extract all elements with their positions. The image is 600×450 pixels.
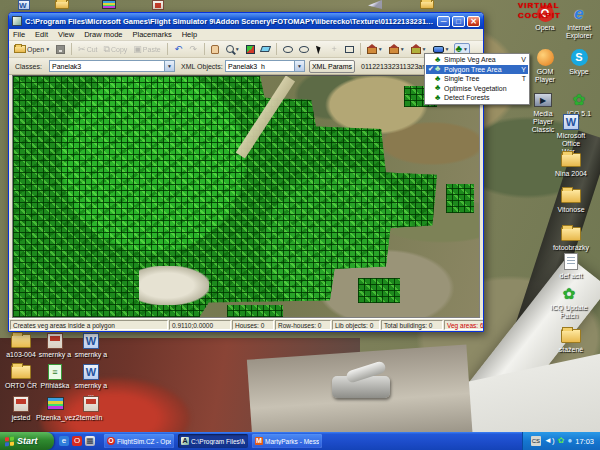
word-icon: W — [563, 114, 579, 130]
quick-launch-opera-icon[interactable]: O — [72, 436, 82, 446]
desktop-icon-partial[interactable] — [102, 0, 118, 11]
menu-edit[interactable]: Edit — [35, 30, 48, 39]
save-button[interactable] — [54, 43, 67, 56]
desktop-icon-skype[interactable]: SSkype — [560, 48, 598, 76]
desktop-icon-folder-foto[interactable]: fotoobrázky — [552, 224, 590, 252]
main-toolbar: Open▼ ✂Cut ⧉Copy ▣Paste ↶ ↷ ▼ + ▼ ▼ ▼ ▼ … — [9, 41, 483, 58]
menu-placemarks[interactable]: Placemarks — [133, 30, 172, 39]
desktop-icon-partial[interactable] — [152, 0, 168, 11]
desktop-icon-folder-a103[interactable]: a103-004 — [2, 331, 40, 359]
paste-button[interactable]: ▣Paste — [131, 43, 162, 56]
chevron-down-icon: ▼ — [400, 46, 405, 52]
close-button[interactable]: ✕ — [467, 16, 480, 27]
copy-icon: ⧉ — [104, 45, 110, 54]
titlebar[interactable]: C:\Program Files\Microsoft Games\Flight … — [9, 13, 483, 29]
chevron-down-icon: ▼ — [422, 46, 427, 52]
desktop-icon-folder-nina[interactable]: Nina 2004 — [552, 150, 590, 178]
desktop-icon-folder-vitonose[interactable]: Vitonose — [552, 186, 590, 214]
quarry-area — [139, 266, 209, 305]
xml-objects-select[interactable]: Panelak3_h ▼ — [225, 60, 305, 72]
archive-icon — [47, 333, 63, 349]
menu-item-detect-forests[interactable]: ♣ Detect Forests — [426, 93, 528, 103]
redo-button[interactable]: ↷ — [187, 43, 200, 56]
vegetation-patch[interactable] — [227, 305, 283, 317]
zoom-button[interactable]: ▼ — [224, 43, 242, 56]
add-node-button[interactable]: + — [328, 43, 341, 56]
folder-icon — [561, 329, 581, 343]
menu-file[interactable]: File — [13, 30, 25, 39]
desktop-icon-jested[interactable]: jested — [2, 394, 40, 422]
desktop-icon-partial[interactable] — [368, 0, 384, 11]
task-button-messenger[interactable]: M MartyParks - Message — [252, 434, 322, 448]
desktop-icon-partial[interactable]: W — [18, 0, 34, 11]
desktop-icon-partial[interactable] — [420, 0, 436, 11]
icq-tray-icon[interactable]: ✿ — [558, 436, 565, 446]
desktop-icon-icq-update-patch[interactable]: ✿ICQ Update Patch — [550, 284, 588, 320]
eraser-button[interactable] — [259, 43, 272, 56]
status-tray-icon[interactable]: ● — [567, 436, 572, 446]
vegetation-patch[interactable] — [446, 184, 474, 213]
chevron-down-icon: ▼ — [445, 46, 450, 52]
desktop-icon-prihlaska[interactable]: ≡Přihláška — [36, 362, 74, 390]
desktop-icon-temelin[interactable]: temelin — [72, 394, 110, 422]
menu-help[interactable]: Help — [182, 30, 197, 39]
messenger-icon: M — [255, 437, 263, 445]
start-button[interactable]: Start — [0, 432, 54, 450]
ellipse-select-button[interactable] — [281, 43, 295, 56]
desktop-icon-orto-cr[interactable]: ORTO ČR — [2, 362, 40, 390]
chevron-down-icon[interactable]: ▼ — [164, 61, 174, 71]
volume-icon[interactable]: ◄) — [544, 436, 555, 446]
menu-item-polygon-tree-area[interactable]: ✔ ♣ Polygon Tree Area Y — [426, 65, 528, 75]
desktop-icon-def-acft[interactable]: def acft — [552, 252, 590, 280]
status-houses: Houses: 0 — [232, 320, 274, 330]
task-button-agent[interactable]: A C:\Program Files\Micr... — [178, 434, 248, 448]
desktop-icon-smernky-3[interactable]: Wsmernky a ... — [72, 362, 110, 398]
classes-select[interactable]: Panelak3 ▼ — [49, 60, 175, 72]
menu-view[interactable]: View — [58, 30, 74, 39]
open-button[interactable]: Open▼ — [12, 43, 52, 56]
ellipse-draw-button[interactable] — [297, 43, 311, 56]
keyboard-layout-indicator[interactable]: CS — [531, 436, 541, 446]
quick-launch-show-desktop-icon[interactable]: ▦ — [85, 436, 95, 446]
opera-icon: O — [107, 437, 115, 445]
desktop-icon-plzenka-vez[interactable]: Plzenka_vez2 — [36, 394, 74, 422]
pointer-button[interactable] — [313, 43, 326, 56]
save-disk-icon — [56, 45, 65, 54]
desktop-icon-gom-player[interactable]: GOM Player — [526, 48, 564, 84]
task-button-opera[interactable]: O FlightSim.CZ - Opera — [104, 434, 174, 448]
xml-params-button[interactable]: XML Params — [309, 60, 355, 73]
status-row-houses: Row-houses: 0 — [275, 320, 331, 330]
map-canvas[interactable] — [12, 75, 480, 318]
minimize-button[interactable]: ─ — [437, 16, 450, 27]
menu-item-simple-veg-area[interactable]: ♣ Simple Veg Area V — [426, 55, 528, 65]
tree-icon: ♣ — [435, 75, 444, 83]
toolbar-separator — [204, 43, 205, 55]
maximize-button[interactable]: □ — [452, 16, 465, 27]
house-tool-button[interactable]: ▼ — [387, 43, 407, 56]
icq-flower-icon: ✿ — [573, 91, 586, 109]
menu-item-optimise-vegetation[interactable]: ♣ Optimise Vegetation — [426, 84, 528, 94]
cut-button[interactable]: ✂Cut — [76, 43, 99, 56]
chevron-down-icon[interactable]: ▼ — [294, 61, 304, 71]
desktop-icon-folder-stazene[interactable]: stažené — [552, 326, 590, 354]
desktop-icon-partial[interactable] — [55, 0, 71, 11]
vegetation-dropdown-menu: ♣ Simple Veg Area V ✔ ♣ Polygon Tree Are… — [424, 53, 530, 105]
hand-icon — [211, 45, 219, 54]
taskbar-clock[interactable]: 17:03 — [575, 437, 594, 446]
pan-button[interactable] — [209, 43, 222, 56]
veg-flag-button[interactable] — [244, 43, 257, 56]
vegetation-patch[interactable] — [358, 278, 400, 302]
rectangle-button[interactable] — [343, 43, 356, 56]
copy-button[interactable]: ⧉Copy — [102, 43, 130, 56]
menu-draw-mode[interactable]: Draw mode — [84, 30, 122, 39]
building-icon — [367, 47, 377, 54]
building-tool-button[interactable]: ▼ — [365, 43, 385, 56]
toolbar-separator — [167, 43, 168, 55]
checkmark-icon: ✔ — [428, 65, 435, 73]
vegetation-polygons-layer[interactable] — [13, 76, 479, 317]
archive-icon — [83, 396, 99, 412]
menu-item-single-tree[interactable]: ♣ Single Tree T — [426, 74, 528, 84]
undo-button[interactable]: ↶ — [172, 43, 185, 56]
quick-launch-ie-icon[interactable]: e — [59, 436, 69, 446]
tree-icon: ♣ — [435, 94, 444, 102]
